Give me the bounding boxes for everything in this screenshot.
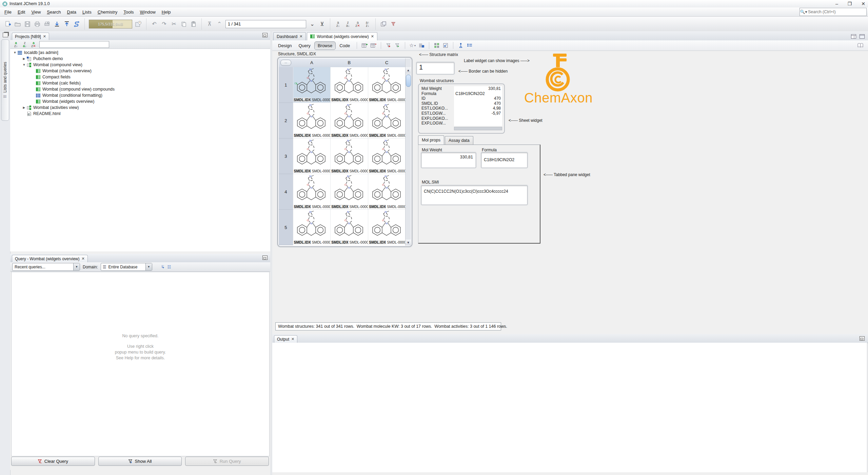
menu-tools[interactable]: Tools bbox=[120, 8, 137, 16]
mode-browse[interactable]: Browse bbox=[314, 41, 336, 50]
list-management-icon[interactable] bbox=[418, 42, 425, 49]
memory-gauge[interactable]: 175,5/316,9MB bbox=[89, 20, 132, 28]
tab-mol-props[interactable]: Mol props bbox=[418, 135, 444, 145]
close-icon[interactable]: ✕ bbox=[82, 256, 85, 261]
run-query-button[interactable]: Run Query bbox=[185, 457, 269, 466]
sheet-row-value[interactable] bbox=[454, 121, 502, 126]
sheet-row-value[interactable]: 470 bbox=[454, 96, 502, 101]
scroll-up-icon[interactable]: ▲ bbox=[406, 67, 411, 73]
menu-data[interactable]: Data bbox=[64, 8, 79, 16]
row-header-4[interactable]: 4 bbox=[279, 174, 293, 210]
open-folder-icon[interactable] bbox=[14, 20, 21, 28]
tab-assay-data[interactable]: Assay data bbox=[445, 136, 473, 145]
export-view-icon[interactable] bbox=[442, 42, 449, 49]
show-all-button[interactable]: Show All bbox=[98, 457, 182, 466]
previous-record-icon[interactable]: ⌃ bbox=[216, 20, 223, 28]
next-record-icon[interactable]: ⌄ bbox=[309, 20, 316, 28]
cut-icon[interactable]: ✂ bbox=[170, 20, 178, 28]
sort-descending-icon[interactable]: za↓ bbox=[344, 20, 352, 28]
new-window-icon[interactable] bbox=[380, 20, 387, 28]
print-icon[interactable] bbox=[34, 20, 41, 28]
clear-sort-icon[interactable]: az✕ bbox=[354, 20, 361, 28]
mol-weight-field[interactable]: 330,81 bbox=[421, 152, 476, 168]
menu-chemistry[interactable]: Chemistry bbox=[95, 8, 121, 16]
close-icon[interactable]: ✕ bbox=[371, 34, 374, 39]
new-document-icon[interactable] bbox=[4, 20, 12, 28]
clear-query-button[interactable]: x Clear Query bbox=[11, 457, 95, 466]
paste-icon[interactable] bbox=[190, 20, 197, 28]
sheet-row-value[interactable]: C18H19ClN2O2 bbox=[454, 91, 502, 96]
sheet-row-value[interactable]: -5,97 bbox=[454, 111, 502, 116]
sort-asc-icon[interactable]: az↓ bbox=[13, 41, 19, 48]
menu-search[interactable]: Search bbox=[44, 8, 64, 16]
sheet-horizontal-scrollbar[interactable] bbox=[454, 127, 502, 130]
filter-active-icon[interactable] bbox=[385, 42, 392, 49]
tab-dashboard[interactable]: Dashboard ✕ bbox=[273, 32, 306, 40]
query-list-icon[interactable]: ☷ bbox=[167, 265, 171, 269]
sheet-row-value[interactable]: 4,98 bbox=[454, 106, 502, 111]
custom-sort-icon[interactable]: a↑z↓ bbox=[364, 20, 371, 28]
menu-help[interactable]: Help bbox=[159, 8, 174, 16]
query-tree-icon[interactable]: ↳̇ bbox=[161, 264, 165, 269]
recent-queries-dropdown[interactable]: Recent queries... ▼ bbox=[12, 263, 80, 271]
sort-ascending-icon[interactable]: az↓ bbox=[334, 20, 342, 28]
copy-icon[interactable] bbox=[180, 20, 188, 28]
structure-cell-1A[interactable]: ClSMDL.IDX SMDL-00000 bbox=[293, 67, 331, 103]
close-button[interactable]: ✕ bbox=[861, 1, 865, 6]
structure-cell-3C[interactable]: SMDL.IDX SMDL-00000 bbox=[368, 138, 406, 174]
redo-icon[interactable]: ↷ bbox=[160, 20, 168, 28]
sheet-widget[interactable]: Mol Weight330,81FormulaC18H19ClN2O2ID470… bbox=[418, 83, 505, 134]
structure-cell-5B[interactable]: SMDL.IDX SMDL-00000 bbox=[330, 210, 368, 245]
menu-file[interactable]: File bbox=[1, 8, 15, 16]
matrix-corner-button[interactable]: ... bbox=[280, 60, 291, 66]
tree-item-wombat-charts-overview[interactable]: Wombat (charts overview) bbox=[10, 68, 270, 74]
tree-item-wombat-calc-fields[interactable]: Wombat (calc fields) bbox=[10, 80, 270, 86]
favorites-star-icon[interactable]: ☆▼ bbox=[409, 42, 416, 49]
sort-desc-icon[interactable]: za↓ bbox=[22, 41, 28, 48]
structure-cell-4A[interactable]: SMDL.IDX SMDL-00000 bbox=[293, 174, 331, 210]
mode-query[interactable]: Query bbox=[295, 42, 313, 50]
menu-lists[interactable]: Lists bbox=[79, 8, 95, 16]
label-widget[interactable]: 1 bbox=[416, 62, 454, 74]
structure-cell-5C[interactable]: SMDL.IDX SMDL-00000 bbox=[368, 210, 406, 245]
query-tab[interactable]: Query - Wombat (widgets overview) ✕ bbox=[12, 255, 88, 262]
structure-cell-4B[interactable]: SMDL.IDX SMDL-00000 bbox=[330, 174, 368, 210]
close-icon[interactable]: ✕ bbox=[291, 337, 294, 341]
minimize-panel-icon[interactable] bbox=[262, 33, 268, 37]
expanded-arrow-icon[interactable]: ▼ bbox=[13, 51, 17, 54]
domain-dropdown[interactable]: ☰ Entire Database ▼ bbox=[101, 263, 152, 271]
structure-cell-3B[interactable]: SMDL.IDX SMDL-00000 bbox=[330, 138, 368, 174]
synchronize-icon[interactable] bbox=[73, 20, 80, 28]
smiles-field[interactable]: CN(C)CC1CC2N(O1)c3cc(Cl)ccc3Oc4ccccc24 bbox=[421, 185, 528, 205]
remove-row-icon[interactable] bbox=[370, 42, 377, 49]
structure-cell-4C[interactable]: SMDL.IDX SMDL-00000 bbox=[368, 174, 406, 210]
search-input[interactable] bbox=[807, 9, 866, 15]
global-search[interactable]: 🔍▾ bbox=[800, 8, 867, 16]
matrix-vertical-scrollbar[interactable]: ▲ ▼ bbox=[405, 58, 411, 246]
tree-item-readme-html[interactable]: README.html bbox=[10, 111, 270, 117]
garbage-collect-icon[interactable] bbox=[135, 20, 142, 28]
sheet-row-value[interactable] bbox=[454, 116, 502, 121]
close-icon[interactable]: ✕ bbox=[43, 34, 46, 39]
structure-cell-2C[interactable]: SMDL.IDX SMDL-00000 bbox=[368, 103, 406, 138]
structure-cell-1C[interactable]: SMDL.IDX SMDL-00000 bbox=[368, 67, 406, 103]
structure-cell-5A[interactable]: SMDL.IDX SMDL-00000 bbox=[293, 210, 331, 245]
scrollbar-thumb[interactable] bbox=[406, 75, 411, 87]
mode-design[interactable]: Design bbox=[275, 42, 295, 50]
tree-item-pubchem-demo[interactable]: ▶Pubchem demo bbox=[10, 56, 270, 62]
add-row-icon[interactable] bbox=[361, 42, 368, 49]
record-position-input[interactable] bbox=[225, 20, 306, 28]
pages-icon[interactable] bbox=[856, 42, 864, 49]
output-tab[interactable]: Output ✕ bbox=[274, 335, 297, 343]
details-list-icon[interactable] bbox=[466, 42, 473, 49]
collapsed-arrow-icon[interactable]: ▶ bbox=[22, 106, 26, 109]
row-header-1[interactable]: 1 bbox=[279, 67, 293, 103]
structure-cell-2A[interactable]: SMDL.IDX SMDL-00000 bbox=[293, 103, 331, 138]
tree-item-wombat-activities-view[interactable]: ▶Wombat (activities view) bbox=[10, 104, 270, 111]
minimize-panel-icon[interactable] bbox=[262, 255, 268, 260]
sheet-row-value[interactable]: 470 bbox=[454, 101, 502, 106]
restore-button[interactable]: ❐ bbox=[848, 1, 852, 6]
minimize-button[interactable]: – bbox=[835, 1, 838, 6]
save-icon[interactable] bbox=[24, 20, 31, 28]
minimize-panel-icon[interactable] bbox=[860, 336, 865, 341]
